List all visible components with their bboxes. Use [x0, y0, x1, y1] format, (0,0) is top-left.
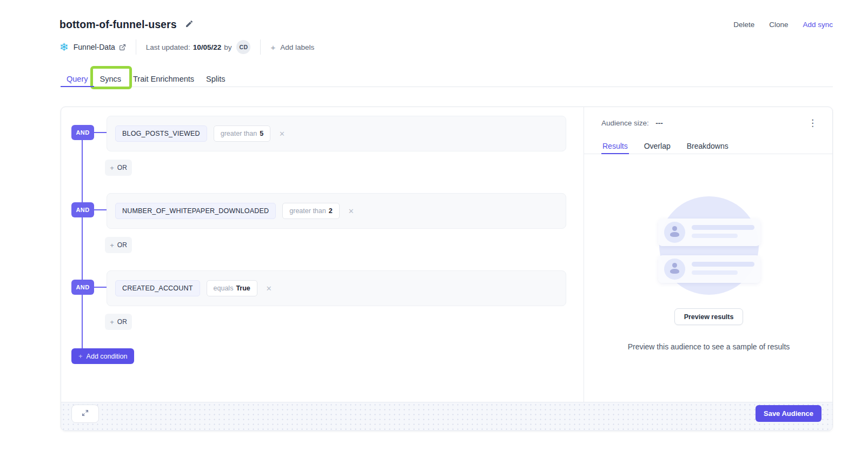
main-tabs: Query Syncs Trait Enrichments Splits — [61, 70, 833, 87]
placeholder-line — [692, 262, 754, 267]
builder-footer: Save Audience — [61, 402, 832, 431]
plus-icon: + — [110, 318, 114, 326]
plus-icon: + — [110, 164, 114, 172]
attribute-chip[interactable]: CREATED_ACCOUNT — [115, 280, 200, 296]
add-labels-button[interactable]: + Add labels — [270, 43, 314, 52]
illustration-row — [658, 219, 760, 246]
preview-results-button[interactable]: Preview results — [674, 308, 744, 325]
add-labels-label: Add labels — [280, 43, 314, 51]
avatar: CD — [236, 40, 250, 54]
attribute-chip[interactable]: BLOG_POSTS_VIEWED — [115, 125, 207, 142]
tab-splits[interactable]: Splits — [200, 70, 231, 87]
add-or-button[interactable]: + OR — [105, 314, 132, 330]
header-actions: Delete Clone Add sync — [733, 21, 833, 29]
page-header: bottom-of-funnel-users — [59, 18, 194, 31]
tab-breakdowns[interactable]: Breakdowns — [686, 138, 730, 154]
remove-condition-icon[interactable]: ✕ — [264, 282, 274, 295]
save-audience-button[interactable]: Save Audience — [756, 405, 821, 422]
kebab-menu-icon[interactable]: ⋮ — [805, 117, 820, 129]
plus-icon: + — [110, 241, 114, 249]
remove-condition-icon[interactable]: ✕ — [277, 128, 287, 140]
placeholder-line — [692, 270, 738, 275]
or-label: OR — [117, 241, 127, 249]
empty-state-caption: Preview this audience to see a sample of… — [628, 342, 790, 351]
last-updated-date: 10/05/22 — [193, 43, 222, 51]
audience-size: Audience size: --- — [601, 118, 663, 128]
operator-chip[interactable]: equals True — [207, 280, 257, 296]
source-link[interactable]: Funnel-Data — [74, 43, 115, 51]
operator-value: 5 — [260, 130, 263, 137]
snowflake-icon: ❄ — [59, 42, 69, 52]
add-or-button[interactable]: + OR — [105, 160, 132, 176]
tab-results[interactable]: Results — [601, 138, 629, 154]
tab-query[interactable]: Query — [61, 70, 94, 87]
operator-label: greater than — [221, 130, 257, 137]
remove-condition-icon[interactable]: ✕ — [346, 205, 356, 217]
condition-group: BLOG_POSTS_VIEWED greater than 5 ✕ — [107, 116, 566, 151]
operator-chip[interactable]: greater than 2 — [282, 203, 339, 219]
divider — [260, 39, 261, 55]
plus-icon: + — [270, 43, 275, 52]
and-badge[interactable]: AND — [71, 280, 94, 295]
attribute-chip[interactable]: NUMBER_OF_WHITEPAPER_DOWNLOADED — [115, 203, 276, 219]
user-avatar-icon — [664, 259, 685, 280]
operator-chip[interactable]: greater than 5 — [214, 125, 270, 142]
page-title: bottom-of-funnel-users — [59, 18, 177, 31]
tab-overlap[interactable]: Overlap — [643, 138, 672, 154]
tab-syncs[interactable]: Syncs — [94, 70, 128, 87]
empty-state: Preview results Preview this audience to… — [601, 154, 816, 351]
connector-line — [94, 287, 107, 288]
edit-title-button[interactable] — [185, 19, 194, 30]
results-panel: Audience size: --- ⋮ Results Overlap Bre… — [584, 107, 833, 402]
add-condition-button[interactable]: + Add condition — [71, 348, 134, 364]
connector-line — [82, 133, 83, 348]
audience-meta: ❄ Funnel-Data Last updated: 10/05/22 by … — [59, 39, 314, 55]
add-or-button[interactable]: + OR — [105, 237, 132, 253]
query-builder: AND BLOG_POSTS_VIEWED greater than 5 ✕ +… — [61, 107, 584, 402]
clone-button[interactable]: Clone — [769, 21, 788, 29]
plus-icon: + — [78, 352, 83, 360]
audience-page: bottom-of-funnel-users Delete Clone Add … — [0, 0, 868, 450]
operator-value: True — [236, 284, 250, 292]
delete-button[interactable]: Delete — [733, 21, 754, 29]
last-updated-label: Last updated: — [146, 43, 190, 51]
connector-line — [94, 132, 107, 133]
divider — [136, 39, 136, 55]
expand-icon — [81, 409, 89, 419]
results-tabs: Results Overlap Breakdowns — [584, 138, 833, 154]
connector-line — [94, 209, 107, 210]
operator-label: equals — [214, 284, 234, 292]
condition-group: NUMBER_OF_WHITEPAPER_DOWNLOADED greater … — [107, 193, 566, 229]
condition-group: CREATED_ACCOUNT equals True ✕ — [107, 270, 566, 306]
results-panel-header: Audience size: --- ⋮ — [601, 115, 816, 131]
placeholder-line — [692, 225, 754, 230]
by-label: by — [224, 43, 231, 51]
audience-builder-card: AND BLOG_POSTS_VIEWED greater than 5 ✕ +… — [61, 107, 833, 431]
preview-illustration — [659, 196, 759, 295]
illustration-row — [658, 255, 760, 283]
placeholder-line — [692, 234, 738, 238]
pencil-icon — [185, 19, 194, 30]
audience-size-value: --- — [655, 119, 663, 127]
operator-label: greater than — [289, 207, 326, 215]
add-condition-label: Add condition — [87, 353, 128, 360]
or-label: OR — [117, 318, 127, 326]
and-badge[interactable]: AND — [71, 202, 94, 217]
tab-trait-enrichments[interactable]: Trait Enrichments — [127, 70, 200, 87]
external-link-icon[interactable] — [119, 44, 126, 51]
expand-button[interactable] — [71, 405, 99, 423]
add-sync-button[interactable]: Add sync — [803, 21, 833, 29]
audience-size-label: Audience size: — [601, 119, 649, 127]
and-badge[interactable]: AND — [71, 125, 94, 140]
user-avatar-icon — [664, 222, 685, 243]
or-label: OR — [117, 164, 127, 171]
operator-value: 2 — [329, 207, 333, 215]
